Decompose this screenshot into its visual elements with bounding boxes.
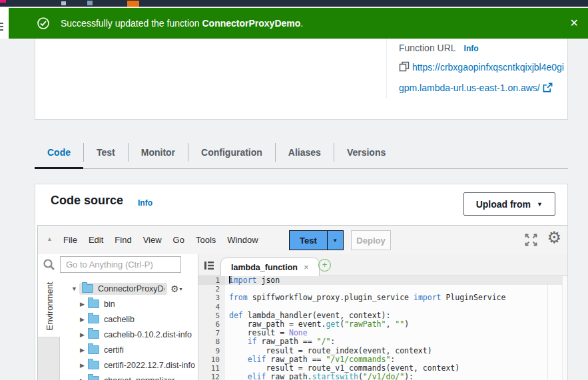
tree-item-bin[interactable]: ▶bin [61,296,198,311]
tree-item-label: charset_normalizer [104,376,174,380]
code-source-title: Code source [51,194,123,208]
code-line: 12 elif raw_path.startswith("/v1/do/"): [198,373,568,380]
line-number: 12 [198,373,225,380]
copy-icon[interactable] [399,61,410,72]
line-number: 4 [198,303,225,311]
tree-item-cachelib[interactable]: ▶cachelib [61,311,198,327]
success-banner: Successfully updated the function Connec… [9,8,588,39]
deploy-button[interactable]: Deploy [351,230,391,250]
editor-left-rail: Environment [38,254,60,380]
column-divider [386,39,387,98]
aws-top-nav [0,0,588,7]
function-url-info-link[interactable]: Info [464,44,479,53]
chevron-right-icon[interactable]: ▶ [80,301,88,307]
tab-test[interactable]: Test [84,136,128,168]
code-panel: lambda_function × + 1import json23from s… [198,254,568,380]
line-number: 3 [198,293,225,302]
tab-close-icon[interactable]: × [304,262,309,272]
editor-settings-gear-icon[interactable]: ⚙ [547,228,561,247]
upload-from-button[interactable]: Upload from▼ [463,192,555,216]
collapse-panel-icon[interactable]: ▲ [47,236,53,242]
chevron-right-icon[interactable]: ▶ [80,316,88,323]
tab-lambda-function[interactable]: lambda_function × [220,258,320,276]
lambda-console-page: Successfully updated the function Connec… [0,0,588,380]
folder-icon [82,284,93,293]
tree-item-certifi[interactable]: ▶certifi [61,342,198,357]
tab-aliases[interactable]: Aliases [276,136,334,168]
search-icon[interactable] [43,258,55,271]
chevron-down-icon[interactable]: ▼ [71,285,79,292]
chevron-right-icon[interactable]: ▶ [80,347,88,353]
side-tab-rail [38,337,60,380]
chevron-down-icon: ▼ [537,201,543,208]
editor-menubar: ▲ FileEditFindViewGoToolsWindow Test ▼ D… [38,226,568,255]
test-dropdown-arrow[interactable]: ▼ [328,230,344,250]
menu-file[interactable]: File [63,235,77,245]
code-source-info-link[interactable]: Info [138,198,152,208]
menu-tools[interactable]: Tools [196,235,216,245]
menu-find[interactable]: Find [115,235,131,245]
tab-list-icon[interactable] [204,260,214,271]
test-button[interactable]: Test [289,230,328,250]
test-split-button[interactable]: Test ▼ [289,230,344,250]
file-tree-children: ▶bin▶cachelib▶cachelib-0.10.2.dist-info▶… [61,296,198,380]
environment-tab-label: Environment [44,282,54,331]
tab-configuration[interactable]: Configuration [188,136,275,168]
function-url-section: Function URLInfo https://crbxgaopinfxqsc… [399,43,564,98]
go-to-anything-input[interactable] [60,256,181,273]
code-text: elif raw_path.startswith("/v1/do/"): [225,373,568,380]
tree-item-charset_normalizer[interactable]: ▶charset_normalizer [61,373,198,380]
tree-item-label: bin [104,299,115,309]
hamburger-menu-icon[interactable] [0,23,3,33]
function-overview-card: Function URLInfo https://crbxgaopinfxqsc… [35,39,568,120]
new-tab-plus-icon[interactable]: + [318,259,331,272]
line-number: 1 [198,276,225,285]
line-number: 6 [198,320,225,329]
chevron-right-icon[interactable]: ▶ [80,362,88,369]
tree-settings-gear-icon[interactable]: ⚙▾ [170,284,182,294]
folder-icon [88,315,99,323]
editor-body: Environment ▼ ConnectorProxyDemo ⚙▾ [38,254,568,380]
line-number: 9 [198,347,225,355]
close-icon[interactable]: ✕ [570,18,579,29]
function-url-link[interactable]: https://crbxgaopinfxqscntkqixjbl4e0gigpm… [399,57,564,98]
folder-icon [88,330,99,339]
chevron-right-icon[interactable]: ▶ [80,377,88,380]
menu-view[interactable]: View [143,235,162,245]
menu-go[interactable]: Go [173,235,184,245]
folder-icon [88,299,99,308]
menu-edit[interactable]: Edit [89,235,103,245]
left-edge-strip [0,7,9,39]
tree-item-label: cachelib [104,315,135,324]
nav-logo-fragment-icon [0,0,6,3]
line-number: 5 [198,311,225,320]
line-number: 10 [198,355,225,364]
tree-root-connectorproxydemo[interactable]: ▼ ConnectorProxyDemo ⚙▾ [61,281,198,296]
tree-item-certifi-2022.12.7.dist-info[interactable]: ▶certifi-2022.12.7.dist-info [61,357,198,373]
code-editor-area[interactable]: 1import json23from spiffworkflow_proxy.p… [198,276,568,380]
code-text: from spiffworkflow_proxy.plugin_service … [225,293,568,302]
external-link-icon[interactable] [543,83,553,93]
folder-icon [88,345,99,354]
nav-orange-icon [127,1,139,7]
file-tree: ▼ ConnectorProxyDemo ⚙▾ ▶bin▶cachelib▶ca… [61,281,198,380]
tree-item-cachelib-0.10.2.dist-info[interactable]: ▶cachelib-0.10.2.dist-info [61,327,198,342]
line-number: 8 [198,337,225,346]
function-url-text[interactable]: https://crbxgaopinfxqscntkqixjbl4e0gigpm… [399,62,564,93]
cloud9-editor: ▲ FileEditFindViewGoToolsWindow Test ▼ D… [37,225,568,380]
editor-tabbar: lambda_function × + [198,254,568,276]
tree-item-label: certifi [104,345,124,355]
tab-monitor[interactable]: Monitor [129,136,188,168]
menu-window[interactable]: Window [227,235,258,245]
chevron-right-icon[interactable]: ▶ [80,331,88,338]
check-circle-icon [37,17,50,30]
tab-label: lambda_function [231,263,298,272]
environment-side-tab[interactable]: Environment [38,276,60,337]
editor-scrollbar[interactable] [562,276,568,380]
tab-versions[interactable]: Versions [334,136,398,168]
function-url-label: Function URL [399,43,456,53]
code-text: import json [225,276,568,285]
fullscreen-icon[interactable] [525,234,537,246]
tab-code[interactable]: Code [35,136,83,168]
tree-root-selected-pill: ConnectorProxyDemo [79,283,167,295]
